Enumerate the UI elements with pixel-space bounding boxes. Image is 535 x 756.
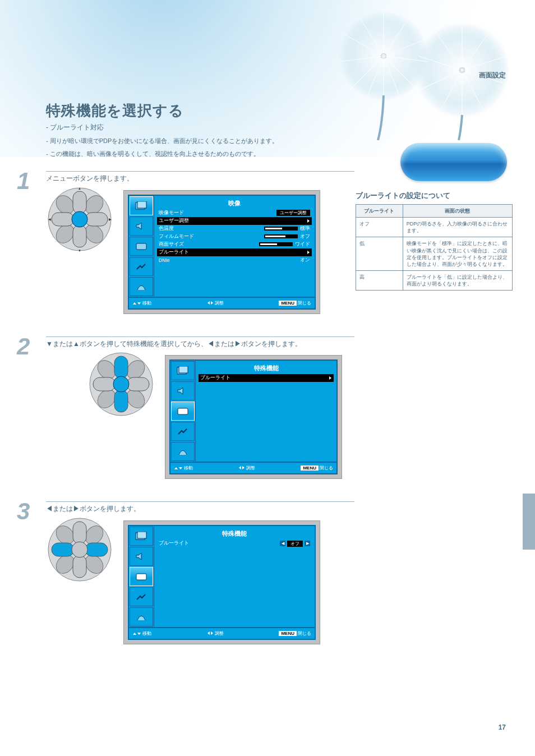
info-sidebar: ブルーライトの設定について ブルーライト 画面の状態 オフ PDPの明るさを、入… <box>356 191 513 291</box>
menu-label[interactable]: ブルーライト <box>159 249 189 256</box>
osd-screen-3: 特殊機能 ブルーライト ◀ オフ ▶ <box>123 520 320 644</box>
svg-rect-42 <box>136 243 146 250</box>
step-text: ▼または▲ボタンを押して特殊機能を選択してから、◀または▶ボタンを押します。 <box>46 336 354 349</box>
osd-tab-setup-icon[interactable] <box>130 257 153 276</box>
osd-tab-audio-icon[interactable] <box>130 547 153 566</box>
main-content: 特殊機能を選択する - ブルーライト対応 - 周りが暗い環境でPDPをお使いにな… <box>46 101 354 644</box>
osd-screen-2: 特殊機能 ブルーライト 移動 調整 MENU閉じる <box>165 355 342 479</box>
svg-rect-61 <box>73 522 86 544</box>
table-header: 画面の状態 <box>403 205 512 218</box>
menu-value: オフ <box>300 233 310 240</box>
chapter-label: 画面設定 <box>479 71 506 80</box>
svg-point-52 <box>113 376 129 392</box>
osd-screen-1: 映像 映像モードユーザー調整 ユーザー調整 色温度標準 フィルムモードオフ 画面… <box>123 190 320 314</box>
svg-rect-54 <box>179 366 188 373</box>
page-note-1: - 周りが暗い環境でPDPをお使いになる場合、画面が見にくくなることがあります。 <box>46 137 354 145</box>
svg-rect-31 <box>73 191 86 214</box>
osd-tab-video-icon[interactable] <box>130 196 153 215</box>
step-number: 3 <box>17 498 30 525</box>
left-arrow-button[interactable]: ◀ <box>280 541 285 546</box>
osd-title: 特殊機能 <box>200 364 332 372</box>
svg-rect-62 <box>73 555 86 578</box>
page-note-2: - この機能は、暗い画像を明るくして、視認性を向上させるためのものです。 <box>46 150 354 158</box>
svg-rect-68 <box>136 574 146 580</box>
svg-point-35 <box>72 211 87 227</box>
svg-rect-51 <box>127 377 149 391</box>
svg-rect-67 <box>137 532 146 538</box>
step-text: ◀または▶ボタンを押します。 <box>46 501 354 514</box>
menu-label[interactable]: ユーザー調整 <box>159 218 189 224</box>
svg-rect-48 <box>114 356 128 379</box>
menu-value: ワイド <box>295 241 310 248</box>
bluelight-table: ブルーライト 画面の状態 オフ PDPの明るさを、入力映像の明るさに合わせます。… <box>356 204 513 291</box>
right-arrow-button[interactable]: ▶ <box>305 541 310 546</box>
osd-tab-audio-icon[interactable] <box>130 216 153 236</box>
step-1: 1 メニューボタンを押します。 ▲ ▼ <box>46 171 354 314</box>
dpad-icon-leftright <box>46 516 113 583</box>
osd-tab-video-icon[interactable] <box>130 527 153 546</box>
svg-rect-49 <box>114 390 128 412</box>
dpad-icon-updown <box>87 351 155 418</box>
menu-label: フィルムモード <box>159 233 194 240</box>
svg-rect-64 <box>85 543 108 556</box>
osd-tab-setup-icon[interactable] <box>130 587 153 606</box>
svg-point-65 <box>72 542 87 557</box>
menu-value: ユーザー調整 <box>276 210 310 216</box>
step-2: 2 ▼または▲ボタンを押して特殊機能を選択してから、◀または▶ボタンを押します。 <box>46 336 354 480</box>
svg-rect-63 <box>52 543 74 556</box>
osd-footer: 移動 調整 MENU閉じる <box>129 297 315 308</box>
table-row: 高 ブルーライトを「低」に設定した場合より、画面がより明るくなります。 <box>356 270 513 290</box>
osd-tab-feature-icon[interactable] <box>130 237 153 256</box>
step-number: 1 <box>17 168 30 195</box>
page-number: 17 <box>499 723 506 731</box>
menu-label[interactable]: ブルーライト <box>200 375 230 381</box>
svg-text:▲: ▲ <box>78 187 81 190</box>
svg-rect-50 <box>93 377 116 391</box>
osd-tab-antenna-icon[interactable] <box>130 277 153 296</box>
menu-label: ブルーライト <box>159 540 189 547</box>
osd-tab-video-icon[interactable] <box>171 361 195 380</box>
menu-label: 映像モード <box>159 210 184 216</box>
menu-value: 標準 <box>300 225 310 232</box>
page-tab <box>523 494 535 550</box>
svg-text:▶: ▶ <box>109 218 112 221</box>
page-title: 特殊機能を選択する <box>46 101 354 121</box>
menu-label: 色温度 <box>159 225 174 232</box>
decorative-pill <box>400 143 507 181</box>
dpad-icon-center: ▲ ▼ ◀ ▶ <box>46 186 113 253</box>
svg-rect-41 <box>137 201 146 208</box>
osd-tab-setup-icon[interactable] <box>171 422 195 441</box>
svg-text:◀: ◀ <box>48 218 51 221</box>
menu-value: オフ <box>287 541 303 547</box>
osd-tab-feature-icon[interactable] <box>130 567 153 586</box>
table-row: 低 映像モードを「標準」に設定したときに、暗い映像が黒く沈んで見にくい場合は、こ… <box>356 237 513 271</box>
osd-tab-antenna-icon[interactable] <box>171 442 195 461</box>
osd-tab-feature-icon[interactable] <box>171 402 195 421</box>
osd-tab-audio-icon[interactable] <box>171 381 195 400</box>
menu-label: 画面サイズ <box>159 241 184 248</box>
page-subtitle: - ブルーライト対応 <box>46 123 354 132</box>
sidebar-title: ブルーライトの設定について <box>356 191 513 201</box>
svg-rect-34 <box>85 213 108 226</box>
osd-title: 映像 <box>159 199 310 208</box>
svg-rect-33 <box>52 213 74 226</box>
osd-title: 特殊機能 <box>159 529 310 538</box>
step-text: メニューボタンを押します。 <box>46 171 354 183</box>
menu-label: DNIe <box>159 257 169 263</box>
table-row: オフ PDPの明るさを、入力映像の明るさに合わせます。 <box>356 218 513 237</box>
svg-text:▼: ▼ <box>78 249 81 252</box>
svg-rect-32 <box>73 225 86 247</box>
osd-tab-antenna-icon[interactable] <box>130 607 153 626</box>
osd-sidebar <box>129 196 154 297</box>
step-number: 2 <box>17 333 30 360</box>
svg-rect-55 <box>178 408 188 414</box>
step-3: 3 ◀または▶ボタンを押します。 <box>46 501 354 644</box>
menu-value: オン <box>300 257 310 264</box>
table-header: ブルーライト <box>356 205 403 218</box>
